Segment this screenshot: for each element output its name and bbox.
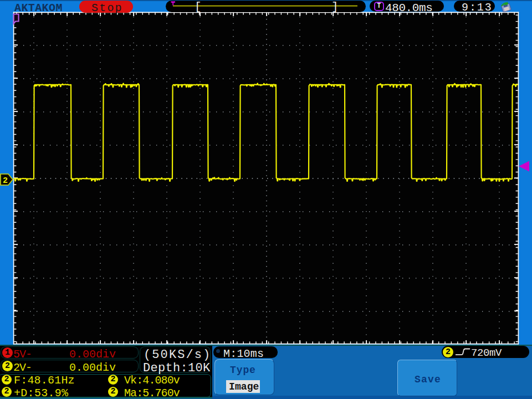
svg-text:2: 2 <box>3 176 8 186</box>
